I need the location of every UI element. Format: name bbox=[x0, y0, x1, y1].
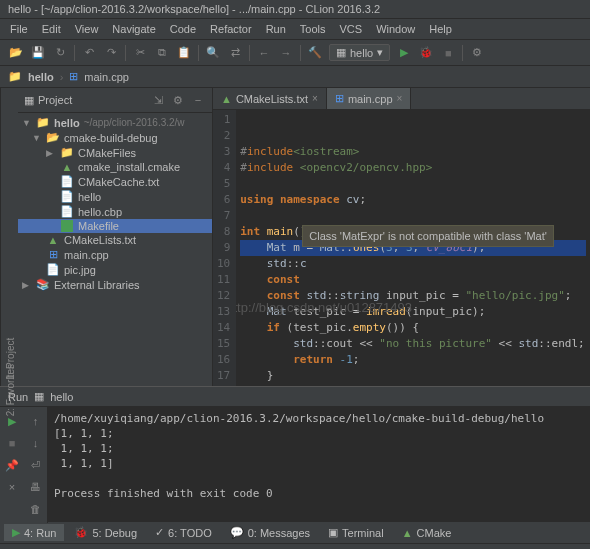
down-icon[interactable]: ↓ bbox=[28, 435, 44, 451]
bottom-tab-debug[interactable]: 🐞 5: Debug bbox=[66, 524, 145, 541]
stop-icon[interactable]: ■ bbox=[4, 435, 20, 451]
tree-item[interactable]: 📄hello.cbp bbox=[18, 204, 212, 219]
status-bar: ▣ Process finished with exit code 0 bbox=[0, 543, 590, 549]
tree-item[interactable]: 📄CMakeCache.txt bbox=[18, 174, 212, 189]
menu-refactor[interactable]: Refactor bbox=[204, 21, 258, 37]
run-config-selector[interactable]: ▦ hello ▾ bbox=[329, 44, 390, 61]
tree-item[interactable]: 📄pic.jpg bbox=[18, 262, 212, 277]
tree-item[interactable]: ▲CMakeLists.txt bbox=[18, 233, 212, 247]
app-icon: ▦ bbox=[34, 390, 44, 403]
paste-icon[interactable]: 📋 bbox=[176, 45, 192, 61]
menu-run[interactable]: Run bbox=[260, 21, 292, 37]
debug-icon[interactable]: 🐞 bbox=[418, 45, 434, 61]
sidebar-tab-project[interactable]: 1: Project bbox=[0, 88, 18, 386]
console-output[interactable]: /home/xuyiqiang/app/clion-2016.3.2/works… bbox=[48, 407, 590, 523]
project-icon: ▦ bbox=[24, 94, 34, 107]
replace-icon[interactable]: ⇄ bbox=[227, 45, 243, 61]
wrap-icon[interactable]: ⏎ bbox=[28, 457, 44, 473]
cmake-icon: ▲ bbox=[221, 93, 232, 105]
pin-icon[interactable]: 📌 bbox=[4, 457, 20, 473]
terminal-icon: ▣ bbox=[328, 526, 338, 539]
undo-icon[interactable]: ↶ bbox=[81, 45, 97, 61]
back-icon[interactable]: ← bbox=[256, 45, 272, 61]
clear-icon[interactable]: 🗑 bbox=[28, 501, 44, 517]
save-icon[interactable]: 💾 bbox=[30, 45, 46, 61]
build-icon[interactable]: 🔨 bbox=[307, 45, 323, 61]
run-panel: Run ▦ hello ▶ ■ 📌 × ↑ ↓ ⏎ 🖶 🗑 /home/xuyi… bbox=[0, 386, 590, 521]
cmake-icon: ▲ bbox=[402, 527, 413, 539]
close-icon[interactable]: × bbox=[312, 93, 318, 104]
gear-icon[interactable]: ⚙ bbox=[170, 92, 186, 108]
menu-window[interactable]: Window bbox=[370, 21, 421, 37]
open-icon[interactable]: 📂 bbox=[8, 45, 24, 61]
tree-external[interactable]: ▶ 📚 External Libraries bbox=[18, 277, 212, 292]
tree-item[interactable]: ▲cmake_install.cmake bbox=[18, 160, 212, 174]
run-panel-header: Run ▦ hello bbox=[0, 387, 590, 407]
menu-help[interactable]: Help bbox=[423, 21, 458, 37]
menu-edit[interactable]: Edit bbox=[36, 21, 67, 37]
breadcrumb: 📁 hello › ⊞ main.cpp bbox=[0, 66, 590, 88]
close-icon[interactable]: × bbox=[397, 93, 403, 104]
menu-view[interactable]: View bbox=[69, 21, 105, 37]
settings-icon[interactable]: ⚙ bbox=[469, 45, 485, 61]
bottom-tab-cmake[interactable]: ▲ CMake bbox=[394, 524, 460, 541]
line-gutter: 12345678910111213141516171819 bbox=[213, 110, 236, 386]
hide-icon[interactable]: − bbox=[190, 92, 206, 108]
chevron-down-icon: ▾ bbox=[377, 46, 383, 59]
debug-icon: 🐞 bbox=[74, 526, 88, 539]
sidebar-tab-favorites[interactable]: 2: Favorites bbox=[0, 360, 18, 420]
close-icon[interactable]: × bbox=[4, 479, 20, 495]
stop-icon[interactable]: ■ bbox=[440, 45, 456, 61]
breadcrumb-file[interactable]: main.cpp bbox=[84, 71, 129, 83]
cpp-icon: ⊞ bbox=[69, 70, 78, 83]
editor-tabs: ▲ CMakeLists.txt × ⊞ main.cpp × bbox=[213, 88, 590, 110]
run-toolbar-2: ↑ ↓ ⏎ 🖶 🗑 bbox=[24, 407, 48, 523]
redo-icon[interactable]: ↷ bbox=[103, 45, 119, 61]
menu-navigate[interactable]: Navigate bbox=[106, 21, 161, 37]
panel-title: Project bbox=[38, 94, 72, 106]
library-icon: 📚 bbox=[36, 278, 50, 291]
menu-file[interactable]: File bbox=[4, 21, 34, 37]
run-icon: ▶ bbox=[12, 526, 20, 539]
run-icon[interactable]: ▶ bbox=[396, 45, 412, 61]
project-tree: ▼ 📁 hello ~/app/clion-2016.3.2/w ▼📂cmake… bbox=[18, 113, 212, 294]
folder-icon: 📁 bbox=[8, 70, 22, 83]
messages-icon: 💬 bbox=[230, 526, 244, 539]
bottom-tab-todo[interactable]: ✓ 6: TODO bbox=[147, 524, 220, 541]
code-editor[interactable]: 12345678910111213141516171819 #include<i… bbox=[213, 110, 590, 386]
tree-item[interactable]: ⊞main.cpp bbox=[18, 247, 212, 262]
print-icon[interactable]: 🖶 bbox=[28, 479, 44, 495]
search-icon[interactable]: 🔍 bbox=[205, 45, 221, 61]
breadcrumb-project[interactable]: hello bbox=[28, 71, 54, 83]
tab-main-cpp[interactable]: ⊞ main.cpp × bbox=[327, 88, 411, 109]
bottom-tab-terminal[interactable]: ▣ Terminal bbox=[320, 524, 392, 541]
error-tooltip: Class 'MatExpr' is not compatible with c… bbox=[302, 225, 554, 247]
tree-item[interactable]: 📄hello bbox=[18, 189, 212, 204]
tree-root[interactable]: ▼ 📁 hello ~/app/clion-2016.3.2/w bbox=[18, 115, 212, 130]
collapse-icon[interactable]: ⇲ bbox=[150, 92, 166, 108]
tree-item[interactable]: ▶📁CMakeFiles bbox=[18, 145, 212, 160]
cpp-icon: ⊞ bbox=[335, 92, 344, 105]
bottom-tab-run[interactable]: ▶ 4: Run bbox=[4, 524, 64, 541]
editor-area: ▲ CMakeLists.txt × ⊞ main.cpp × 12345678… bbox=[213, 88, 590, 386]
menubar: File Edit View Navigate Code Refactor Ru… bbox=[0, 19, 590, 40]
toolbar: 📂 💾 ↻ ↶ ↷ ✂ ⧉ 📋 🔍 ⇄ ← → 🔨 ▦ hello ▾ ▶ 🐞 … bbox=[0, 40, 590, 66]
todo-icon: ✓ bbox=[155, 526, 164, 539]
cut-icon[interactable]: ✂ bbox=[132, 45, 148, 61]
project-panel: ▦ Project ⇲ ⚙ − ▼ 📁 hello ~/app/clion-20… bbox=[18, 88, 213, 386]
menu-tools[interactable]: Tools bbox=[294, 21, 332, 37]
tab-cmakelists[interactable]: ▲ CMakeLists.txt × bbox=[213, 88, 327, 109]
window-title: hello - [~/app/clion-2016.3.2/workspace/… bbox=[0, 0, 590, 19]
run-toolbar-1: ▶ ■ 📌 × bbox=[0, 407, 24, 523]
copy-icon[interactable]: ⧉ bbox=[154, 45, 170, 61]
refresh-icon[interactable]: ↻ bbox=[52, 45, 68, 61]
bottom-tab-messages[interactable]: 💬 0: Messages bbox=[222, 524, 318, 541]
panel-header: ▦ Project ⇲ ⚙ − bbox=[18, 88, 212, 113]
forward-icon[interactable]: → bbox=[278, 45, 294, 61]
menu-code[interactable]: Code bbox=[164, 21, 202, 37]
up-icon[interactable]: ↑ bbox=[28, 413, 44, 429]
tree-item[interactable]: ▼📂cmake-build-debug bbox=[18, 130, 212, 145]
menu-vcs[interactable]: VCS bbox=[334, 21, 369, 37]
app-icon: ▦ bbox=[336, 46, 346, 59]
tree-item[interactable]: Makefile bbox=[18, 219, 212, 233]
